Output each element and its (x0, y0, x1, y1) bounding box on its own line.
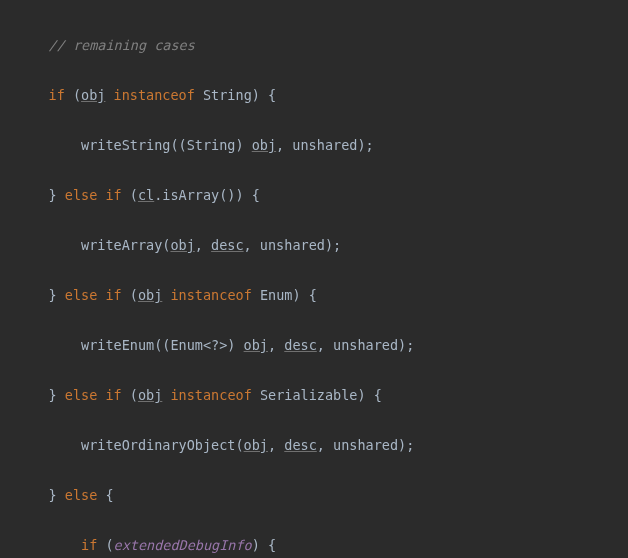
code-line: } else { (0, 483, 628, 508)
keyword-else-if: else if (65, 387, 122, 403)
variable-desc: desc (284, 437, 317, 453)
code-editor: // remaining cases if (obj instanceof St… (0, 0, 628, 558)
variable-desc: desc (284, 337, 317, 353)
call: writeString((String) (81, 137, 252, 153)
type: String) { (195, 87, 276, 103)
code-line: } else if (cl.isArray()) { (0, 183, 628, 208)
variable-obj: obj (170, 237, 194, 253)
code-line: // remaining cases (0, 33, 628, 58)
keyword-if: if (81, 537, 97, 553)
comment: // remaining cases (49, 37, 195, 53)
variable-obj: obj (244, 337, 268, 353)
keyword-instanceof: instanceof (170, 287, 251, 303)
code-line: if (extendedDebugInfo) { (0, 533, 628, 558)
variable-cl: cl (138, 187, 154, 203)
keyword-instanceof: instanceof (170, 387, 251, 403)
code-line: writeEnum((Enum<?>) obj, desc, unshared)… (0, 333, 628, 358)
variable-obj: obj (138, 387, 162, 403)
variable-obj: obj (81, 87, 105, 103)
code-line: } else if (obj instanceof Enum) { (0, 283, 628, 308)
code-line: writeString((String) obj, unshared); (0, 133, 628, 158)
keyword-else-if: else if (65, 187, 122, 203)
keyword-instanceof: instanceof (114, 87, 195, 103)
keyword-else-if: else if (65, 287, 122, 303)
code-line: } else if (obj instanceof Serializable) … (0, 383, 628, 408)
code-line: writeOrdinaryObject(obj, desc, unshared)… (0, 433, 628, 458)
keyword-else: else (65, 487, 98, 503)
code-line: if (obj instanceof String) { (0, 83, 628, 108)
variable-desc: desc (211, 237, 244, 253)
variable-obj: obj (252, 137, 276, 153)
code-line: writeArray(obj, desc, unshared); (0, 233, 628, 258)
field: extendedDebugInfo (114, 537, 252, 553)
variable-obj: obj (244, 437, 268, 453)
keyword-if: if (49, 87, 65, 103)
variable-obj: obj (138, 287, 162, 303)
